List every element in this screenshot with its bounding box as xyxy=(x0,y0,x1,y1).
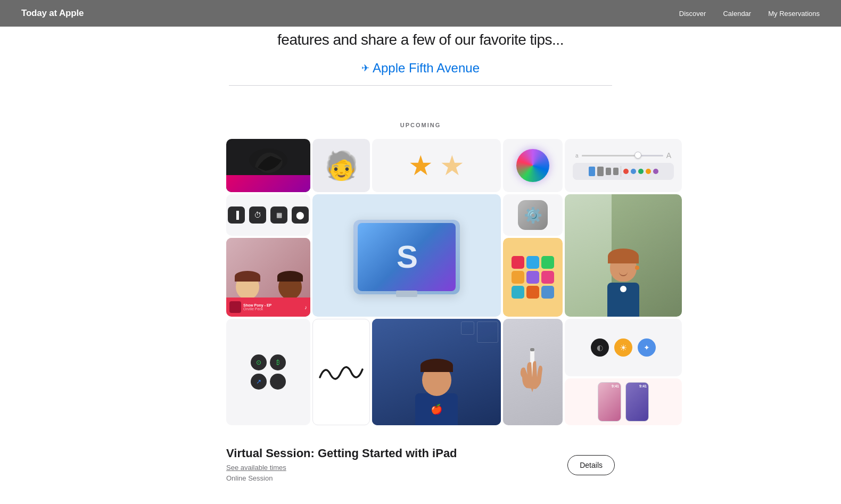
location-bar: ✈ Apple Fifth Avenue xyxy=(0,53,841,81)
app-icon-calc: ▦ xyxy=(270,206,287,224)
tile-ipad[interactable]: S xyxy=(312,194,501,317)
header-nav: Discover Calendar My Reservations xyxy=(679,10,820,18)
tile-focus-modes[interactable]: ◐ ☀ ✦ xyxy=(565,319,682,376)
app-icon-battery: ▐ xyxy=(228,206,245,224)
divider xyxy=(229,85,612,86)
slider-label-large: A xyxy=(666,151,671,160)
session-available-times[interactable]: See available times xyxy=(226,462,457,473)
sysprefs-icon: ⚙️ xyxy=(518,200,548,230)
tile-markup[interactable]: a A xyxy=(565,139,682,192)
tile-controlcenter[interactable]: ⊙ ₿ ↗ ☽ xyxy=(226,319,310,425)
color-blue xyxy=(631,169,636,174)
tile-iphones[interactable]: 9:41 9:41 xyxy=(565,378,682,425)
cc-btn-moon[interactable]: ☽ xyxy=(270,374,286,390)
app-icon-camera: ⬤ xyxy=(292,206,309,224)
cc-btn-bt[interactable]: ₿ xyxy=(270,354,286,370)
markup-tool-pencil xyxy=(597,167,604,176)
hand-svg xyxy=(247,145,290,175)
focus-sunset-btn[interactable]: ☀ xyxy=(614,338,632,357)
details-button[interactable]: Details xyxy=(567,455,615,475)
nav-discover[interactable]: Discover xyxy=(679,10,706,18)
upcoming-section: UPCOMING 🧓 ★ ★ xyxy=(0,90,841,436)
star-2: ★ xyxy=(440,152,465,179)
focus-bright-btn[interactable]: ✦ xyxy=(638,338,656,357)
cc-btn-airdrop[interactable]: ↗ xyxy=(251,374,267,390)
tile-sysprefs[interactable]: ⚙️ xyxy=(503,194,563,236)
tile-pencilhand[interactable] xyxy=(503,319,563,425)
tile-stars[interactable]: ★ ★ xyxy=(372,139,501,192)
scribble-svg xyxy=(317,359,365,385)
slider-thumb[interactable] xyxy=(634,152,641,159)
header-title: Today at Apple xyxy=(21,8,84,19)
session-title: Virtual Session: Getting Started with iP… xyxy=(226,447,457,460)
markup-tool-pen xyxy=(589,167,595,176)
star-1: ★ xyxy=(408,152,433,179)
markup-tool-eraser xyxy=(613,168,619,175)
tile-memoji[interactable]: 🧓 xyxy=(312,139,370,192)
location-name[interactable]: Apple Fifth Avenue xyxy=(373,61,480,76)
upcoming-label: UPCOMING xyxy=(400,122,441,128)
session-meta: See available times Online Session xyxy=(226,462,457,483)
session-info: Virtual Session: Getting Started with iP… xyxy=(226,447,457,483)
nav-reservations[interactable]: My Reservations xyxy=(768,10,820,18)
svg-rect-3 xyxy=(530,348,534,351)
tile-woman[interactable] xyxy=(565,194,682,317)
iphone-mockup-2: 9:41 xyxy=(625,382,649,422)
iphone-mockup-1: 9:41 xyxy=(598,382,621,422)
tile-person-apple[interactable]: 🍎 xyxy=(372,319,501,425)
focus-dark-btn[interactable]: ◐ xyxy=(591,338,609,357)
cc-btn-wlan[interactable]: ⊙ xyxy=(251,354,267,370)
header: Today at Apple Discover Calendar My Rese… xyxy=(0,0,841,27)
tile-siri[interactable] xyxy=(503,139,563,192)
color-red xyxy=(623,169,629,174)
nav-calendar[interactable]: Calendar xyxy=(723,10,751,18)
color-green xyxy=(638,169,644,174)
tile-selfie[interactable]: Show Pony - EPOrville Peck ♪ xyxy=(226,238,310,317)
tile-hand[interactable] xyxy=(226,139,310,192)
app-icon-clock: ⏱ xyxy=(249,206,266,224)
tile-handwriting[interactable] xyxy=(312,319,370,425)
session-type: Online Session xyxy=(226,473,457,484)
location-icon: ✈ xyxy=(361,62,369,74)
markup-tool-marker xyxy=(606,168,611,175)
pencil-hand-svg xyxy=(512,345,554,399)
tile-icons[interactable]: ▐ ⏱ ▦ ⬤ xyxy=(226,194,310,236)
color-orange xyxy=(646,169,651,174)
tile-homescreen[interactable] xyxy=(503,238,563,317)
mosaic: 🧓 ★ ★ a A xyxy=(226,139,615,425)
session-card: Virtual Session: Getting Started with iP… xyxy=(226,436,615,483)
slider-label-small: a xyxy=(575,153,579,159)
banner-text: features and share a few of our favorite… xyxy=(277,31,564,48)
markup-divider xyxy=(621,166,621,177)
banner-area: features and share a few of our favorite… xyxy=(0,27,841,53)
color-purple xyxy=(653,169,658,174)
